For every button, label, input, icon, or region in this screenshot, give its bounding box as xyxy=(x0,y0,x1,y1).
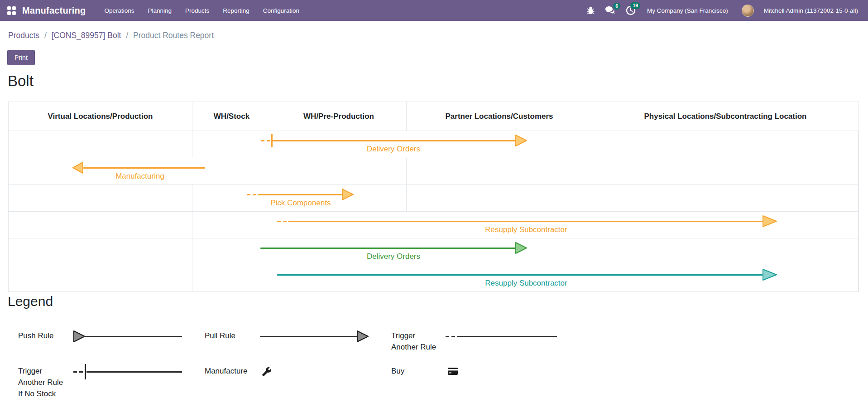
route-arrowhead-icon xyxy=(762,215,777,229)
bug-icon xyxy=(586,6,595,15)
legend-tick xyxy=(85,364,86,379)
legend-label-trigger-another-rule: TriggerAnother Rule xyxy=(391,330,436,353)
user-avatar[interactable] xyxy=(742,5,754,17)
route-row: Resupply Subcontractor xyxy=(9,211,858,238)
route-line xyxy=(258,194,342,195)
route-cell xyxy=(9,265,192,291)
legend-dash-segment xyxy=(446,336,456,337)
messages-menu[interactable]: 6 xyxy=(605,6,616,15)
nav-menu-reporting[interactable]: Reporting xyxy=(216,0,256,21)
route-arrowhead-icon xyxy=(515,135,527,148)
route-arrowhead-icon xyxy=(515,242,527,256)
route-row: Manufacturing xyxy=(9,158,858,185)
route-row: Delivery Orders xyxy=(9,238,858,265)
nav-menu-operations[interactable]: Operations xyxy=(97,0,141,21)
route-cell xyxy=(9,212,192,238)
column-header: Partner Locations/Customers xyxy=(407,102,592,131)
column-header: WH/Stock xyxy=(192,102,271,131)
navbar-right: 6 19 My Company (San Francisco) Mitchell… xyxy=(581,5,861,17)
nav-menu-planning[interactable]: Planning xyxy=(141,0,178,21)
legend-line xyxy=(84,336,182,337)
route-arrowhead-icon xyxy=(762,269,777,282)
control-panel-divider xyxy=(0,71,868,71)
legend-line xyxy=(86,371,182,373)
top-navbar: Manufacturing OperationsPlanningProducts… xyxy=(0,0,868,21)
route-dash-segment xyxy=(261,140,270,141)
page-title: Bolt xyxy=(8,73,34,90)
column-header: WH/Pre-Production xyxy=(271,102,407,131)
route-label: Delivery Orders xyxy=(294,145,493,154)
route-cell xyxy=(407,158,858,185)
app-menu-bar: OperationsPlanningProductsReportingConfi… xyxy=(97,0,306,21)
legend-label-buy: Buy xyxy=(391,365,404,377)
route-line xyxy=(271,140,515,141)
routes-table-header: Virtual Locations/ProductionWH/StockWH/P… xyxy=(9,102,858,131)
legend-label-trigger-another-rule-if-no-stock: TriggerAnother RuleIf No Stock xyxy=(18,365,63,399)
breadcrumb-product-bolt[interactable]: [CONS_89957] Bolt xyxy=(52,31,121,40)
credit-card-icon xyxy=(447,367,458,378)
user-menu[interactable]: Mitchell Admin (11372002-15-0-all) xyxy=(764,7,858,14)
column-header: Virtual Locations/Production xyxy=(9,102,192,131)
legend-arrowhead-icon xyxy=(357,330,369,344)
activities-count-badge: 19 xyxy=(630,2,640,9)
nav-menu-products[interactable]: Products xyxy=(178,0,216,21)
breadcrumb: Products / [CONS_89957] Bolt / Product R… xyxy=(8,31,214,40)
route-line xyxy=(288,221,762,222)
messages-count-badge: 6 xyxy=(613,3,620,10)
legend-arrowhead-icon xyxy=(73,330,85,344)
route-row: Pick Components xyxy=(9,185,858,211)
breadcrumb-separator: / xyxy=(42,31,49,40)
legend-line xyxy=(457,336,557,337)
legend-label-manufacture: Manufacture xyxy=(205,365,248,377)
route-row: Delivery Orders xyxy=(9,131,858,158)
nav-menu-configuration[interactable]: Configuration xyxy=(256,0,306,21)
legend-label-push-rule: Push Rule xyxy=(18,330,53,341)
route-label: Manufacturing xyxy=(40,172,240,181)
wrench-icon xyxy=(262,367,272,379)
legend-label-pull-rule: Pull Rule xyxy=(205,330,235,341)
breadcrumb-products[interactable]: Products xyxy=(8,31,39,40)
product-routes-report-page: Manufacturing OperationsPlanningProducts… xyxy=(0,0,868,403)
route-line xyxy=(277,274,762,276)
route-label: Delivery Orders xyxy=(294,252,493,261)
activities-menu[interactable]: 19 xyxy=(626,5,636,15)
route-line xyxy=(83,167,205,169)
breadcrumb-separator: / xyxy=(123,31,131,40)
route-label: Resupply Subcontractor xyxy=(427,225,626,234)
route-row: Resupply Subcontractor xyxy=(9,265,858,291)
route-cell xyxy=(9,131,192,158)
routes-table: Virtual Locations/ProductionWH/StockWH/P… xyxy=(8,102,859,292)
route-cell xyxy=(271,158,407,185)
route-cell xyxy=(407,185,858,211)
route-dash-segment xyxy=(277,221,287,222)
company-switcher[interactable]: My Company (San Francisco) xyxy=(647,7,728,14)
debug-menu[interactable] xyxy=(586,6,595,15)
route-cell xyxy=(9,185,192,211)
legend-line xyxy=(260,336,358,337)
breadcrumb-current: Product Routes Report xyxy=(133,31,214,40)
route-label: Pick Components xyxy=(201,199,400,208)
route-cell xyxy=(9,238,192,265)
route-label: Resupply Subcontractor xyxy=(427,279,626,288)
apps-grid-icon[interactable] xyxy=(7,6,16,15)
print-button[interactable]: Print xyxy=(7,50,35,65)
route-dash-segment xyxy=(247,194,257,195)
column-header: Physical Locations/Subcontracting Locati… xyxy=(592,102,858,131)
route-line xyxy=(260,248,515,249)
legend-dash-segment xyxy=(73,371,83,373)
app-brand[interactable]: Manufacturing xyxy=(22,5,86,16)
legend-title: Legend xyxy=(8,294,53,309)
